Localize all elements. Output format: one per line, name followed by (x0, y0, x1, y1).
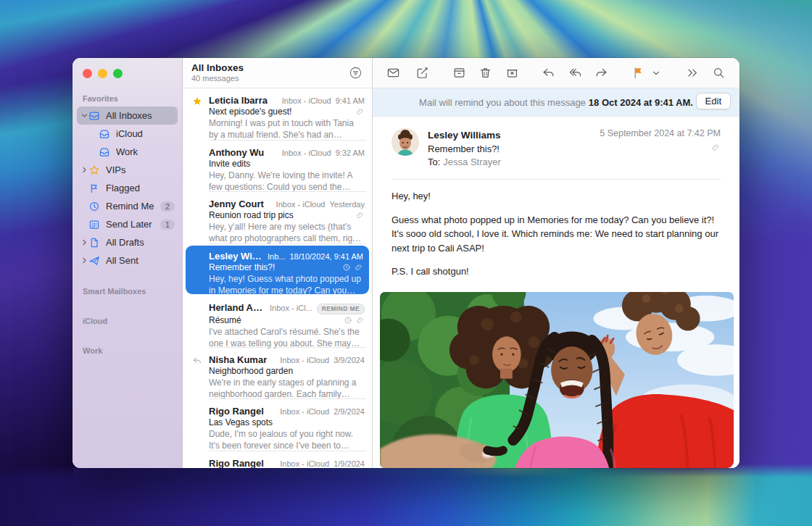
message-date: 9:32 AM (336, 149, 365, 157)
sidebar-item-all-sent[interactable]: All Sent (77, 251, 178, 270)
mailbox-label: Inb... (268, 252, 285, 261)
flag-icon (88, 183, 102, 194)
message-detail-pane: Mail will remind you about this message … (373, 58, 740, 468)
sidebar-item-label: All Inboxes (106, 110, 175, 121)
close-button[interactable] (83, 69, 92, 78)
chevron-down-icon[interactable] (80, 112, 88, 119)
message-subject: Résumé (209, 315, 339, 325)
star-icon (192, 96, 202, 107)
message-list-header: All Inboxes 40 messages (183, 58, 372, 88)
mailbox-label: Inbox - iCloud (280, 356, 329, 364)
remind-me-badge: REMIND ME (317, 304, 365, 314)
message-list-item[interactable]: Rigo RangelInbox - iCloud2/9/2024 Las Ve… (183, 399, 372, 451)
reminder-clock-icon (344, 316, 352, 325)
message-list-item[interactable]: Herland AntezanaInbox - iCl...REMIND ME … (183, 296, 372, 348)
sender-name: Rigo Rangel (209, 458, 264, 469)
body-paragraph: Guess what photo popped up in Memories f… (392, 213, 721, 256)
message-subject: Invite edits (209, 159, 365, 169)
chevron-right-icon[interactable] (80, 257, 88, 264)
message-preview: I've attached Carol's résumé. She's the … (209, 326, 365, 349)
work-section-header[interactable]: Work (72, 341, 182, 359)
message-list-item[interactable]: Jenny CourtInbox - iCloudYesterday Reuni… (183, 192, 372, 244)
sidebar: Favorites All Inboxes iCloud Work VIPs (72, 58, 183, 468)
mailbox-label: Inbox - iCloud (280, 459, 329, 468)
recipient-name: Jessa Strayer (443, 156, 500, 167)
sidebar-item-label: Remind Me (106, 201, 157, 212)
reminder-clock-icon (342, 263, 351, 272)
sender-name: Leticia Ibarra (209, 95, 268, 106)
archive-icon[interactable] (450, 64, 468, 83)
filter-icon[interactable] (347, 65, 363, 81)
more-icon[interactable] (684, 64, 702, 83)
message-list-item[interactable]: Anthony WuInbox - iCloud9:32 AM Invite e… (183, 141, 372, 193)
icloud-section-header[interactable]: iCloud (72, 311, 182, 329)
zoom-button[interactable] (113, 69, 123, 78)
chevron-right-icon[interactable] (80, 239, 88, 246)
replied-arrow-icon (192, 356, 202, 366)
trash-icon[interactable] (477, 64, 495, 83)
get-mail-icon[interactable] (384, 64, 402, 83)
sidebar-item-all-inboxes[interactable]: All Inboxes (77, 107, 178, 125)
sidebar-item-vips[interactable]: VIPs (77, 161, 178, 179)
detail-sender-name: Lesley Williams (428, 128, 501, 143)
flag-chevron-icon[interactable] (647, 64, 666, 83)
edit-reminder-button[interactable]: Edit (696, 93, 731, 109)
smart-mailboxes-header: Smart Mailboxes (72, 281, 182, 299)
body-paragraph: Hey, hey! (392, 189, 721, 204)
sidebar-item-flagged[interactable]: Flagged (77, 179, 178, 197)
sidebar-item-remind-me[interactable]: Remind Me 2 (77, 197, 178, 215)
sidebar-item-label: iCloud (116, 128, 175, 139)
sidebar-item-label: Flagged (106, 183, 175, 193)
compose-icon[interactable] (414, 64, 432, 83)
toolbar (373, 58, 740, 88)
minimize-button[interactable] (98, 69, 107, 78)
photo-attachment[interactable] (380, 292, 734, 468)
paperclip-icon (355, 263, 363, 272)
sidebar-item-send-later[interactable]: Send Later 1 (77, 215, 178, 233)
message-count: 40 messages (191, 74, 347, 83)
forward-icon[interactable] (593, 64, 611, 83)
document-icon (88, 237, 102, 249)
favorites-header: Favorites (72, 88, 182, 107)
message-subject: Next episode's guest! (209, 107, 352, 117)
inbox-tray-icon (88, 110, 102, 122)
message-rows: Leticia IbarraInbox - iCloud9:41 AM Next… (183, 88, 372, 468)
reminder-banner: Mail will remind you about this message … (373, 88, 740, 117)
message-list-item[interactable]: Nisha KumarInbox - iCloud3/9/2024 Neighb… (183, 348, 372, 400)
message-list-item[interactable]: Leticia IbarraInbox - iCloud9:41 AM Next… (183, 88, 372, 141)
mailbox-label: Inbox - iCloud (276, 200, 326, 209)
reply-icon[interactable] (540, 64, 558, 83)
sender-avatar[interactable] (392, 128, 419, 156)
message-list: All Inboxes 40 messages Leticia IbarraIn… (183, 58, 373, 468)
paperclip-icon (356, 316, 365, 325)
reply-all-icon[interactable] (566, 64, 584, 83)
message-body: Hey, hey! Guess what photo popped up in … (392, 189, 721, 288)
calendar-icon (88, 219, 102, 230)
message-list-item-selected[interactable]: Lesley Will...Inb...18/10/2024, 9:41 AM … (186, 246, 369, 294)
sidebar-item-work-inbox[interactable]: Work (77, 143, 178, 161)
message-subject: Las Vegas spots (209, 417, 365, 427)
mailbox-title: All Inboxes (191, 62, 347, 74)
message-subject: Reunion road trip pics (209, 210, 352, 220)
message-list-item[interactable]: Rigo RangelInbox - iCloud1/9/2024 (183, 451, 372, 469)
message-date: 2/9/2024 (334, 407, 365, 416)
message-preview: Hey, Danny. We're loving the invite! A f… (209, 170, 365, 193)
sidebar-item-label: Work (116, 146, 175, 157)
junk-icon[interactable] (503, 64, 521, 83)
message-preview: Hey, y'all! Here are my selects (that's … (209, 221, 365, 244)
reminder-banner-text: Mail will remind you about this message (419, 97, 586, 108)
attachment-indicator[interactable] (600, 143, 721, 152)
sidebar-item-all-drafts[interactable]: All Drafts (77, 233, 178, 251)
body-paragraph: P.S. I call shotgun! (392, 264, 721, 279)
wallpaper-left-band (0, 0, 74, 526)
search-icon[interactable] (710, 64, 729, 83)
paperclip-icon (356, 211, 365, 220)
message-date: Yesterday (329, 200, 365, 209)
sidebar-item-icloud-inbox[interactable]: iCloud (77, 125, 178, 143)
chevron-right-icon[interactable] (80, 167, 88, 173)
mail-window: Favorites All Inboxes iCloud Work VIPs (72, 58, 740, 468)
message-header: Lesley Williams Remember this?! To:Jessa… (392, 117, 721, 180)
message-preview: We're in the early stages of planning a … (209, 377, 365, 400)
flag-icon[interactable] (629, 64, 647, 83)
sender-name: Herland Antezana (209, 302, 265, 313)
